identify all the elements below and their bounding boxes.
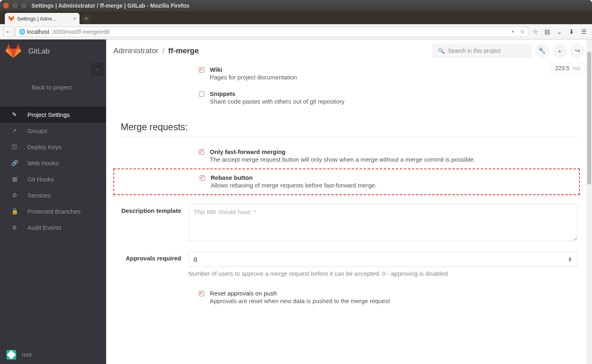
breadcrumb-owner[interactable]: Administrator — [113, 46, 159, 55]
timing-unit: ms — [573, 65, 580, 71]
timing-badge: 223.5 ms — [551, 63, 585, 73]
form-label: Approvals required — [121, 252, 188, 277]
project-search-input[interactable]: 🔍 Search in this project — [432, 44, 531, 58]
sidebar-item-label: Git Hooks — [27, 176, 54, 183]
sidebar-item-services[interactable]: ⚙ Services — [0, 187, 106, 203]
reader-icon[interactable]: ▤ — [542, 27, 552, 37]
url-path: :3000/root/ff-merge/edit — [51, 29, 109, 35]
dropdown-icon[interactable]: ▼ — [511, 30, 515, 34]
search-icon: 🔍 — [438, 48, 445, 54]
rebase-checkbox[interactable] — [200, 175, 205, 181]
reload-icon[interactable]: ↻ — [521, 29, 525, 35]
feature-title: Reset approvals on push — [210, 290, 390, 297]
form-help: Number of users to approve a merge reque… — [188, 270, 577, 277]
wiki-checkbox[interactable] — [199, 67, 204, 73]
reset-approvals-checkbox[interactable] — [199, 291, 204, 296]
url-bar-row: ← 🌐 localhost:3000/root/ff-merge/edit ▼ … — [0, 24, 592, 40]
feature-title: Wiki — [210, 66, 297, 73]
sidebar-item-protected-branches[interactable]: 🔒 Protected Branches — [0, 203, 106, 219]
sidebar-item-audit-events[interactable]: 🗎 Audit Events — [0, 219, 106, 235]
feature-snippets: Snippets Share code pastes with others o… — [121, 86, 577, 110]
window-title: Settings | Administrator / ff-merge | Gi… — [31, 2, 190, 9]
bookmark-icon[interactable]: ☆ — [530, 27, 540, 37]
new-tab-button[interactable]: + — [82, 14, 91, 23]
main-header: Administrator / ff-merge 🔍 Search in thi… — [106, 40, 592, 62]
wrench-icon: 🔧 — [538, 47, 546, 54]
new-button[interactable]: + — [552, 44, 567, 58]
snippets-checkbox[interactable] — [199, 92, 204, 97]
sidebar-item-label: Services — [27, 192, 51, 199]
sidebar-item-deploy-keys[interactable]: ⚿ Deploy Keys — [0, 139, 106, 155]
logout-button[interactable]: ↪ — [570, 44, 585, 58]
browser-tab[interactable]: Settings | Admi... × — [5, 13, 79, 24]
back-button[interactable]: ← — [3, 27, 14, 37]
window-maximize-button[interactable] — [21, 3, 27, 8]
sidebar-item-label: Project Settings — [27, 111, 70, 118]
user-name: root — [22, 352, 31, 358]
feature-title: Rebase button — [211, 174, 377, 181]
approvals-required-input[interactable]: 0 ▲▼ — [188, 252, 577, 267]
share-icon: ↗ — [11, 127, 18, 134]
search-placeholder: Search in this project — [448, 48, 501, 54]
sidebar-header[interactable]: GitLab — [0, 40, 106, 63]
tab-close-icon[interactable]: × — [73, 15, 76, 22]
window-minimize-button[interactable] — [12, 3, 18, 8]
chevron-left-icon: ‹ — [96, 67, 98, 72]
user-avatar — [6, 350, 16, 360]
sidebar-item-label: Audit Events — [27, 224, 61, 231]
globe-icon: 🌐 — [19, 29, 25, 35]
sidebar-user[interactable]: root — [0, 345, 106, 364]
url-bar[interactable]: 🌐 localhost:3000/root/ff-merge/edit ▼ ↻ — [15, 27, 528, 37]
number-stepper-icon[interactable]: ▲▼ — [568, 256, 572, 262]
window-titlebar: Settings | Administrator / ff-merge | Gi… — [0, 0, 592, 11]
scrollbar-thumb[interactable] — [587, 52, 591, 185]
main-content: Administrator / ff-merge 🔍 Search in thi… — [106, 40, 592, 364]
breadcrumb-project[interactable]: ff-merge — [168, 46, 199, 55]
cogs-icon: ⚙ — [11, 192, 18, 198]
feature-desc: The accept merge request button will onl… — [210, 156, 475, 163]
breadcrumb-separator: / — [162, 46, 164, 55]
gitlab-favicon — [8, 15, 15, 22]
tab-bar: Settings | Admi... × + — [0, 11, 592, 24]
downloads-icon[interactable]: ⬇ — [566, 27, 577, 37]
git-icon: ▦ — [11, 176, 18, 182]
breadcrumb: Administrator / ff-merge — [113, 46, 199, 55]
sidebar-collapse-button[interactable]: ‹ — [91, 63, 104, 76]
sidebar-item-git-hooks[interactable]: ▦ Git Hooks — [0, 171, 106, 187]
sidebar-item-project-settings[interactable]: ✎ Project Settings — [0, 106, 106, 123]
plus-icon: + — [558, 48, 562, 54]
file-icon: 🗎 — [11, 224, 18, 231]
approvals-required-row: Approvals required 0 ▲▼ Number of users … — [121, 252, 577, 277]
key-icon: ⚿ — [11, 144, 18, 150]
sidebar-item-web-hooks[interactable]: 🔗 Web Hooks — [0, 155, 106, 171]
lock-icon: 🔒 — [11, 208, 18, 214]
rebase-highlight-box: Rebase button Allows rebasing of merge r… — [113, 168, 580, 195]
sidebar-item-label: Web Hooks — [27, 160, 59, 166]
merge-requests-header: Merge requests: — [121, 122, 577, 137]
sidebar: GitLab ‹ Back to project ✎ Project Setti… — [0, 40, 106, 364]
description-template-textarea[interactable] — [188, 204, 577, 241]
ff-merge-checkbox[interactable] — [199, 150, 204, 155]
sidebar-item-label: Back to project — [31, 84, 71, 91]
feature-desc: Allows rebasing of merge requests before… — [211, 182, 377, 189]
scrollbar[interactable] — [586, 40, 592, 364]
feature-desc: Pages for project documentation — [210, 74, 297, 81]
window-close-button[interactable] — [3, 3, 9, 8]
feature-desc: Approvals are reset when new data is pus… — [210, 297, 390, 304]
feature-ff-merge: Only fast-forward merging The accept mer… — [121, 144, 577, 168]
sidebar-item-label: Deploy Keys — [27, 144, 61, 150]
edit-icon: ✎ — [11, 111, 18, 118]
pocket-icon[interactable]: ⌄ — [554, 27, 565, 37]
settings-button[interactable]: 🔧 — [535, 44, 549, 58]
brand-name: GitLab — [28, 47, 50, 56]
feature-rebase: Rebase button Allows rebasing of merge r… — [114, 174, 579, 189]
link-icon: 🔗 — [11, 160, 18, 166]
feature-reset-approvals: Reset approvals on push Approvals are re… — [121, 286, 577, 310]
sidebar-back-to-project[interactable]: Back to project — [0, 79, 106, 95]
sidebar-item-groups[interactable]: ↗ Groups — [0, 123, 106, 139]
tab-title: Settings | Admi... — [17, 16, 56, 22]
gitlab-logo — [6, 44, 21, 59]
menu-icon[interactable]: ☰ — [578, 27, 589, 37]
feature-title: Snippets — [210, 90, 345, 97]
sidebar-item-label: Protected Branches — [27, 208, 81, 215]
